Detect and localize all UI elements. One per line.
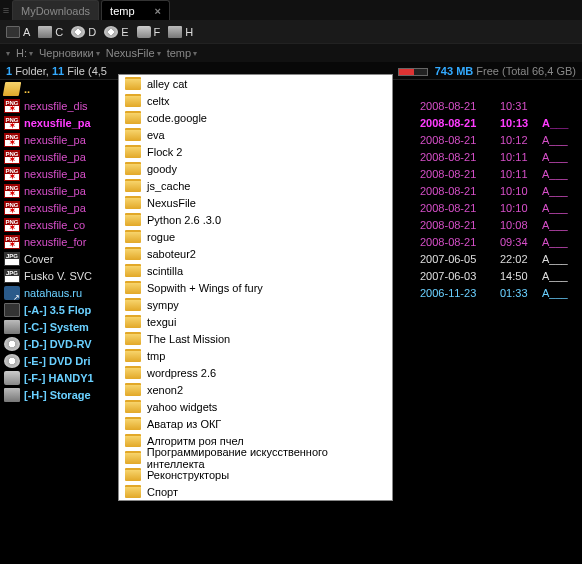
folder-icon xyxy=(125,77,141,90)
dropdown-item[interactable]: Программирование искусственного интеллек… xyxy=(119,449,392,466)
hdd-icon xyxy=(4,320,20,334)
file-time: 10:08 xyxy=(500,219,542,231)
dropdown-item[interactable]: yahoo widgets xyxy=(119,398,392,415)
dropdown-item[interactable]: celtx xyxy=(119,92,392,109)
folder-icon xyxy=(125,417,141,430)
folder-open-icon xyxy=(3,82,21,96)
dropdown-item[interactable]: Python 2.6 .3.0 xyxy=(119,211,392,228)
dropdown-item[interactable]: xenon2 xyxy=(119,381,392,398)
file-date: 2008-08-21 xyxy=(420,134,500,146)
dropdown-item[interactable]: sympy xyxy=(119,296,392,313)
file-attr: A___ xyxy=(542,253,578,265)
drive-f[interactable]: F xyxy=(137,26,161,38)
file-date: 2006-11-23 xyxy=(420,287,500,299)
folder-icon xyxy=(125,485,141,498)
dropdown-item-label: tmp xyxy=(147,350,165,362)
file-time: 10:13 xyxy=(500,117,542,129)
breadcrumb-seg[interactable]: NexusFile▾ xyxy=(106,47,161,59)
dropdown-item[interactable]: Аватар из ОКГ xyxy=(119,415,392,432)
file-date: 2007-06-03 xyxy=(420,270,500,282)
dropdown-item-label: goody xyxy=(147,163,177,175)
dropdown-item-label: scintilla xyxy=(147,265,183,277)
dropdown-item-label: code.google xyxy=(147,112,207,124)
breadcrumb-seg[interactable]: H:▾ xyxy=(16,47,33,59)
dropdown-item[interactable]: wordpress 2.6 xyxy=(119,364,392,381)
drive-letter: C xyxy=(55,26,63,38)
usb-icon xyxy=(137,26,151,38)
dvd-icon xyxy=(104,26,118,38)
png-icon xyxy=(4,235,20,249)
chevron-down-icon[interactable]: ▾ xyxy=(6,49,10,58)
file-time: 10:11 xyxy=(500,168,542,180)
dropdown-item[interactable]: texgui xyxy=(119,313,392,330)
dvd-icon xyxy=(71,26,85,38)
drive-a[interactable]: A xyxy=(6,26,30,38)
png-icon xyxy=(4,201,20,215)
folder-icon xyxy=(125,383,141,396)
jpg-icon xyxy=(4,269,20,283)
drive-letter: A xyxy=(23,26,30,38)
chevron-down-icon: ▾ xyxy=(193,49,197,58)
folder-icon xyxy=(125,451,141,464)
dvd-icon xyxy=(4,354,20,368)
file-attr: A___ xyxy=(542,134,578,146)
dropdown-item[interactable]: eva xyxy=(119,126,392,143)
dropdown-item[interactable]: NexusFile xyxy=(119,194,392,211)
dropdown-item[interactable]: js_cache xyxy=(119,177,392,194)
dropdown-item-label: Python 2.6 .3.0 xyxy=(147,214,221,226)
total-space: 66,4 GB) xyxy=(532,65,576,77)
folder-icon xyxy=(125,162,141,175)
dropdown-item[interactable]: The Last Mission xyxy=(119,330,392,347)
folder-icon xyxy=(125,128,141,141)
folder-icon xyxy=(125,94,141,107)
tab-drag-handle[interactable]: ≡ xyxy=(0,0,12,20)
dropdown-item-label: Реконструкторы xyxy=(147,469,229,481)
close-icon[interactable]: × xyxy=(155,5,161,17)
dropdown-item[interactable]: tmp xyxy=(119,347,392,364)
file-attr: A___ xyxy=(542,202,578,214)
dropdown-item-label: celtx xyxy=(147,95,170,107)
tab-mydownloads[interactable]: MyDownloads xyxy=(12,0,99,20)
dropdown-item[interactable]: goody xyxy=(119,160,392,177)
file-attr: A___ xyxy=(542,117,578,129)
file-count: 11 xyxy=(52,65,64,77)
folder-icon xyxy=(125,400,141,413)
file-attr: A___ xyxy=(542,185,578,197)
breadcrumb-seg[interactable]: Черновики▾ xyxy=(39,47,100,59)
file-date: 2008-08-21 xyxy=(420,168,500,180)
tab-temp[interactable]: temp × xyxy=(101,0,170,20)
file-time: 09:34 xyxy=(500,236,542,248)
png-icon xyxy=(4,167,20,181)
folder-dropdown[interactable]: alley catceltxcode.googleevaFlock 2goody… xyxy=(118,74,393,501)
drive-c[interactable]: C xyxy=(38,26,63,38)
file-time: 10:10 xyxy=(500,185,542,197)
dropdown-item-label: NexusFile xyxy=(147,197,196,209)
usb-icon xyxy=(4,371,20,385)
dropdown-item[interactable]: saboteur2 xyxy=(119,245,392,262)
drive-h[interactable]: H xyxy=(168,26,193,38)
drive-e[interactable]: E xyxy=(104,26,128,38)
folder-icon xyxy=(125,434,141,447)
breadcrumb-seg[interactable]: temp▾ xyxy=(167,47,197,59)
tab-label: MyDownloads xyxy=(21,5,90,17)
folder-icon xyxy=(125,213,141,226)
dropdown-item[interactable]: Sopwith + Wings of fury xyxy=(119,279,392,296)
dropdown-item[interactable]: rogue xyxy=(119,228,392,245)
dropdown-item[interactable]: alley cat xyxy=(119,75,392,92)
file-date: 2008-08-21 xyxy=(420,117,500,129)
dropdown-item[interactable]: code.google xyxy=(119,109,392,126)
dropdown-item-label: eva xyxy=(147,129,165,141)
folder-icon xyxy=(125,230,141,243)
dropdown-item-label: yahoo widgets xyxy=(147,401,217,413)
file-date: 2008-08-21 xyxy=(420,151,500,163)
dropdown-item[interactable]: Flock 2 xyxy=(119,143,392,160)
folder-icon xyxy=(125,315,141,328)
png-icon xyxy=(4,184,20,198)
file-attr: A___ xyxy=(542,287,578,299)
drive-d[interactable]: D xyxy=(71,26,96,38)
file-attr: A___ xyxy=(542,168,578,180)
dropdown-item[interactable]: scintilla xyxy=(119,262,392,279)
dropdown-item-label: saboteur2 xyxy=(147,248,196,260)
folder-icon xyxy=(125,196,141,209)
dropdown-item[interactable]: Спорт xyxy=(119,483,392,500)
